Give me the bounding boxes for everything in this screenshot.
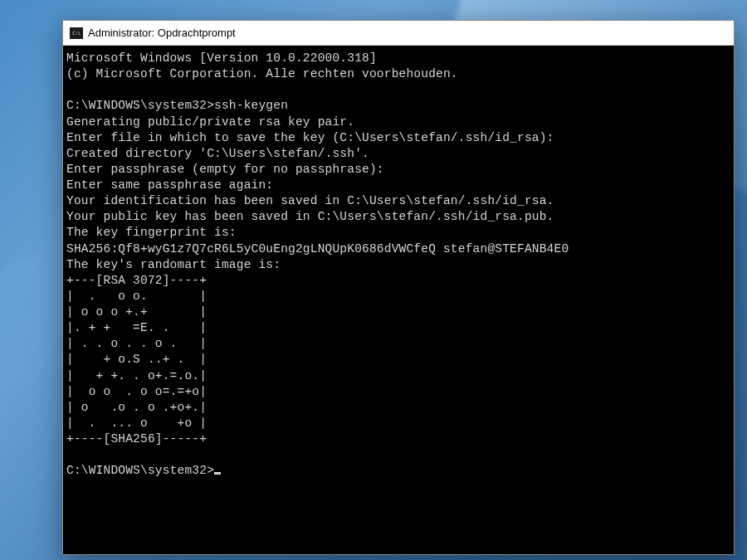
cursor [214,472,221,475]
command-prompt-window: Administrator: Opdrachtprompt Microsoft … [62,20,735,555]
window-title: Administrator: Opdrachtprompt [88,27,236,39]
terminal-output[interactable]: Microsoft Windows [Version 10.0.22000.31… [63,46,734,554]
cmd-icon [70,27,83,39]
terminal-text: Microsoft Windows [Version 10.0.22000.31… [66,51,569,477]
titlebar[interactable]: Administrator: Opdrachtprompt [63,21,734,46]
